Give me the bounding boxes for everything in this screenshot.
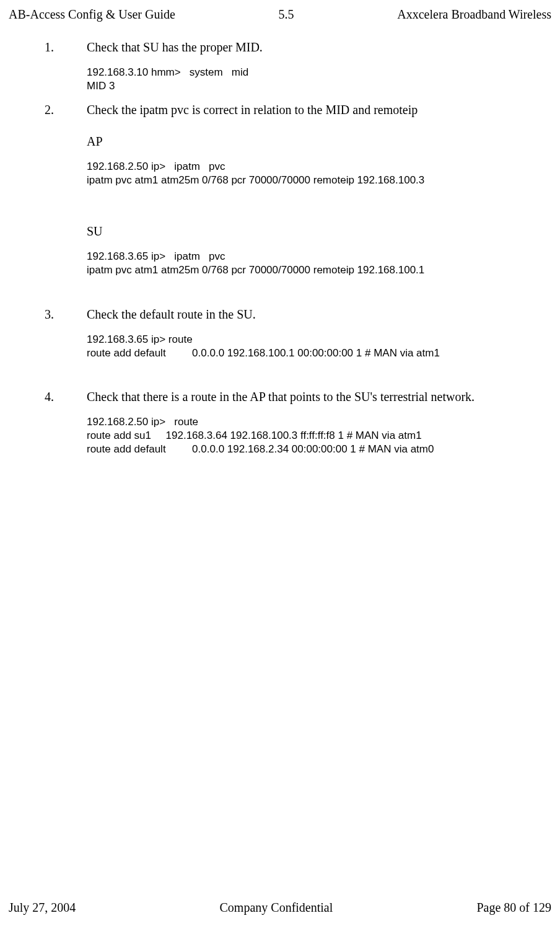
list-text: Check the ipatm pvc is correct in relati… <box>87 103 551 117</box>
subheading: SU <box>87 224 551 239</box>
list-body: Check the default route in the SU.192.16… <box>87 307 551 380</box>
spacer <box>87 360 551 380</box>
list-body: Check that SU has the proper MID.192.168… <box>87 40 551 93</box>
spacer <box>87 187 551 207</box>
page-content: 1.Check that SU has the proper MID.192.1… <box>0 22 560 456</box>
list-text: Check that SU has the proper MID. <box>87 40 551 55</box>
code-block: 192.168.3.65 ip> route route add default… <box>87 333 551 360</box>
code-block: 192.168.3.10 hmm> system mid MID 3 <box>87 66 551 93</box>
header-right: Axxcelera Broadband Wireless <box>397 7 551 22</box>
spacer <box>87 278 551 298</box>
code-block: 192.168.2.50 ip> ipatm pvc ipatm pvc atm… <box>87 160 551 187</box>
list-text: Check the default route in the SU. <box>87 307 551 322</box>
list-item: 2.Check the ipatm pvc is correct in rela… <box>45 103 551 297</box>
list-item: 3.Check the default route in the SU.192.… <box>45 307 551 380</box>
list-text: Check that there is a route in the AP th… <box>87 390 551 404</box>
list-number: 4. <box>45 390 87 456</box>
list-number: 2. <box>45 103 87 297</box>
list-body: Check that there is a route in the AP th… <box>87 390 551 456</box>
page-header: AB-Access Config & User Guide 5.5 Axxcel… <box>0 0 560 22</box>
list-item: 4.Check that there is a route in the AP … <box>45 390 551 456</box>
code-block: 192.168.3.65 ip> ipatm pvc ipatm pvc atm… <box>87 250 551 277</box>
page-footer: July 27, 2004 Company Confidential Page … <box>9 901 551 915</box>
list-number: 3. <box>45 307 87 380</box>
header-left: AB-Access Config & User Guide <box>9 7 175 22</box>
code-block: 192.168.2.50 ip> route route add su1 192… <box>87 415 551 456</box>
header-center: 5.5 <box>279 7 294 22</box>
list-body: Check the ipatm pvc is correct in relati… <box>87 103 551 297</box>
numbered-list: 1.Check that SU has the proper MID.192.1… <box>45 40 551 456</box>
footer-left: July 27, 2004 <box>9 901 76 915</box>
list-item: 1.Check that SU has the proper MID.192.1… <box>45 40 551 93</box>
list-number: 1. <box>45 40 87 93</box>
footer-right: Page 80 of 129 <box>476 901 551 915</box>
subheading: AP <box>87 134 551 149</box>
footer-center: Company Confidential <box>220 901 333 915</box>
